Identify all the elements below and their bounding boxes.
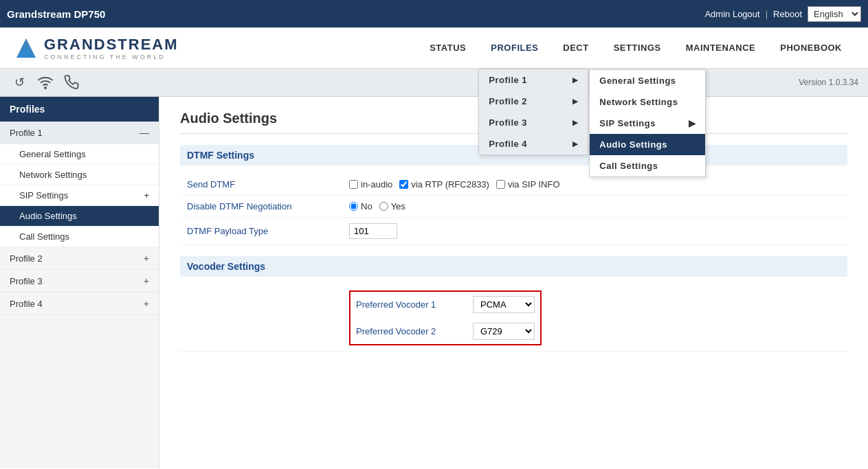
dropdown-profile3[interactable]: Profile 3 ▶ xyxy=(479,112,588,133)
icons-bar: ↺ Version 1.0.3.34 xyxy=(0,69,868,97)
sidebar-profile4-label: Profile 4 xyxy=(10,299,43,309)
vocoder1-label: Preferred Vocoder 1 xyxy=(356,299,466,310)
dropdown-profile4[interactable]: Profile 4 ▶ xyxy=(479,133,588,155)
vocoder2-select[interactable]: PCMA PCMU G729 G722 G726 iLBC xyxy=(473,323,535,340)
dtmf-via-sip-checkbox[interactable] xyxy=(496,180,505,189)
dtmf-in-audio-checkbox[interactable] xyxy=(349,180,358,189)
vocoder1-select[interactable]: PCMA PCMU G729 G722 G726 iLBC xyxy=(473,296,535,313)
logo-sub: CONNECTING THE WORLD xyxy=(44,54,179,60)
sidebar-network-settings[interactable]: Network Settings xyxy=(0,165,159,185)
dtmf-no-label[interactable]: No xyxy=(349,201,372,211)
logo-nav-bar: GRANDSTREAM CONNECTING THE WORLD STATUS … xyxy=(0,27,868,69)
nav-maintenance[interactable]: MAINTENANCE xyxy=(674,27,768,69)
vocoder-section-title: Vocoder Settings xyxy=(180,256,847,277)
vocoder-highlight-box: Preferred Vocoder 1 PCMA PCMU G729 G722 … xyxy=(349,290,542,345)
dtmf-payload-row: DTMF Payload Type xyxy=(180,218,847,245)
submenu-general[interactable]: General Settings xyxy=(590,70,705,91)
dropdown-profile1[interactable]: Profile 1 ▶ General Settings Network Set… xyxy=(479,69,588,91)
sidebar-profile1-label: Profile 1 xyxy=(10,128,43,138)
wifi-icon[interactable] xyxy=(36,73,55,92)
top-bar: Grandstream DP750 Admin Logout | Reboot … xyxy=(0,0,868,27)
sidebar-profile2-expand-icon: + xyxy=(144,253,149,264)
sidebar-header: Profiles xyxy=(0,97,159,122)
send-dtmf-controls: in-audio via RTP (RFC2833) via SIP INFO xyxy=(349,179,560,190)
sidebar-profile1[interactable]: Profile 1 — xyxy=(0,122,159,144)
nav-phonebook[interactable]: PHONEBOOK xyxy=(768,27,854,69)
nav-profiles[interactable]: PROFILES Profile 1 ▶ General Settings Ne… xyxy=(478,27,550,69)
sidebar-sip-settings[interactable]: SIP Settings + xyxy=(0,185,159,206)
logo-area: GRANDSTREAM CONNECTING THE WORLD xyxy=(44,36,179,60)
sidebar-call-settings[interactable]: Call Settings xyxy=(0,227,159,247)
sidebar: Profiles Profile 1 — General Settings Ne… xyxy=(0,97,159,468)
sidebar-general-settings[interactable]: General Settings xyxy=(0,144,159,165)
disable-dtmf-controls: No Yes xyxy=(349,201,405,211)
sip-arrow: ▶ xyxy=(689,118,696,128)
submenu-audio[interactable]: Audio Settings xyxy=(590,134,705,155)
disable-dtmf-row: Disable DTMF Negotiation No Yes xyxy=(180,196,847,218)
submenu-call[interactable]: Call Settings xyxy=(590,155,705,176)
nav-dect[interactable]: DECT xyxy=(550,27,601,69)
main-nav: STATUS PROFILES Profile 1 ▶ General Sett… xyxy=(417,27,854,69)
dtmf-yes-label[interactable]: Yes xyxy=(379,201,405,211)
dtmf-via-sip-label[interactable]: via SIP INFO xyxy=(496,179,560,190)
sidebar-profile1-collapse-icon: — xyxy=(140,127,149,138)
logo-wrap: GRANDSTREAM CONNECTING THE WORLD xyxy=(14,36,206,60)
send-dtmf-row: Send DTMF in-audio via RTP (RFC2833) via… xyxy=(180,174,847,196)
dtmf-no-radio[interactable] xyxy=(349,202,358,211)
dtmf-payload-controls xyxy=(349,223,397,239)
dtmf-in-audio-label[interactable]: in-audio xyxy=(349,179,392,190)
svg-point-2 xyxy=(45,87,46,89)
language-select[interactable]: English Chinese xyxy=(808,6,861,22)
dtmf-yes-radio[interactable] xyxy=(379,202,388,211)
sip-expand-icon: + xyxy=(144,190,149,201)
profiles-dropdown: Profile 1 ▶ General Settings Network Set… xyxy=(478,69,588,155)
dropdown-profile2[interactable]: Profile 2 ▶ xyxy=(479,91,588,112)
vocoder2-row: Preferred Vocoder 2 PCMA PCMU G729 G722 … xyxy=(352,320,539,343)
sidebar-profile3[interactable]: Profile 3 + xyxy=(0,270,159,293)
profile1-arrow: ▶ xyxy=(572,76,579,84)
admin-logout-link[interactable]: Admin Logout xyxy=(704,9,759,19)
sidebar-profile2[interactable]: Profile 2 + xyxy=(0,247,159,270)
dtmf-payload-label: DTMF Payload Type xyxy=(187,226,338,236)
sidebar-profile3-label: Profile 3 xyxy=(10,276,43,286)
profile1-submenu: General Settings Network Settings SIP Se… xyxy=(589,69,706,177)
send-dtmf-label: Send DTMF xyxy=(187,179,338,190)
sidebar-profile2-label: Profile 2 xyxy=(10,253,43,264)
profile4-arrow: ▶ xyxy=(572,140,579,148)
phone-icon[interactable] xyxy=(62,73,81,92)
vocoder-row: Preferred Vocoder 1 PCMA PCMU G729 G722 … xyxy=(180,285,847,352)
nav-settings[interactable]: SETTINGS xyxy=(601,27,674,69)
separator: | xyxy=(766,9,768,19)
vocoder1-row: Preferred Vocoder 1 PCMA PCMU G729 G722 … xyxy=(352,293,539,316)
submenu-network[interactable]: Network Settings xyxy=(590,91,705,113)
dtmf-payload-input[interactable] xyxy=(349,223,397,239)
submenu-sip[interactable]: SIP Settings ▶ xyxy=(590,113,705,134)
app-title: Grandstream DP750 xyxy=(7,8,105,20)
dtmf-via-rtp-checkbox[interactable] xyxy=(399,180,408,189)
profile2-arrow: ▶ xyxy=(572,98,579,105)
sidebar-profile3-expand-icon: + xyxy=(144,275,149,286)
reboot-link[interactable]: Reboot xyxy=(773,9,802,19)
disable-dtmf-label: Disable DTMF Negotiation xyxy=(187,201,338,211)
version-text: Version 1.0.3.34 xyxy=(799,78,858,87)
grandstream-logo-icon xyxy=(14,36,38,60)
logo-name: GRANDSTREAM xyxy=(44,36,179,54)
nav-status[interactable]: STATUS xyxy=(417,27,478,69)
top-bar-right: Admin Logout | Reboot English Chinese xyxy=(704,6,861,22)
sidebar-audio-settings[interactable]: Audio Settings xyxy=(0,206,159,227)
vocoder2-label: Preferred Vocoder 2 xyxy=(356,326,466,336)
sidebar-profile4[interactable]: Profile 4 + xyxy=(0,293,159,315)
dtmf-via-rtp-label[interactable]: via RTP (RFC2833) xyxy=(399,179,489,190)
sidebar-profile4-expand-icon: + xyxy=(144,298,149,309)
profile3-arrow: ▶ xyxy=(572,119,579,126)
sidebar-profile1-sub: General Settings Network Settings SIP Se… xyxy=(0,144,159,247)
main-layout: Profiles Profile 1 — General Settings Ne… xyxy=(0,97,868,468)
refresh-icon[interactable]: ↺ xyxy=(10,73,29,92)
